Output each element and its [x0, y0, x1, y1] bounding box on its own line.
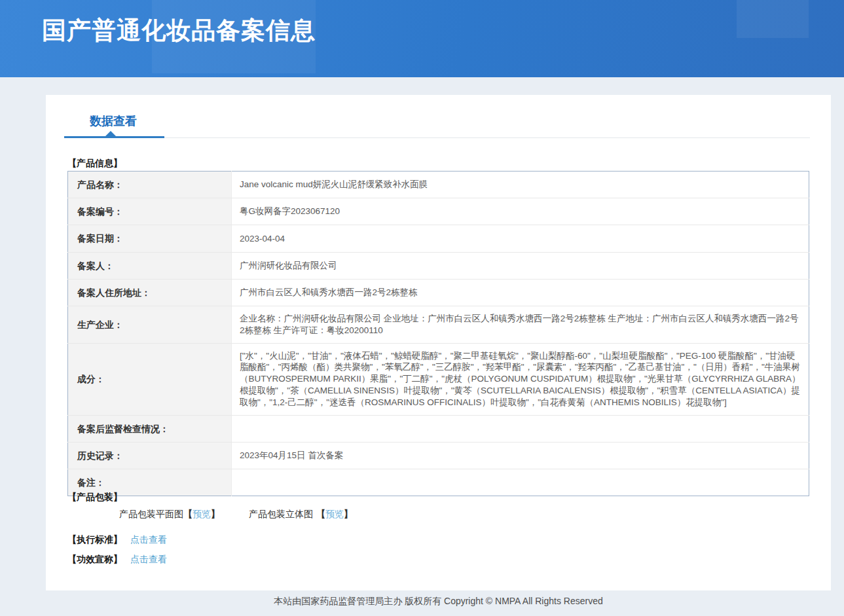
bracket-open: 【 [316, 509, 325, 519]
row-value: ["水"，"火山泥"，"甘油"，"液体石蜡"，"鲸蜡硬脂醇"，"聚二甲基硅氧烷"… [232, 343, 809, 415]
table-row: 备案人住所地址： 广州市白云区人和镇秀水塘西一路2号2栋整栋 [68, 279, 809, 306]
section-title-efficacy: 【功效宣称】点击查看 [67, 554, 167, 566]
row-label: 历史记录： [68, 442, 232, 469]
bracket-open: 【 [183, 509, 193, 519]
row-value: 企业名称：广州润研化妆品有限公司 企业地址：广州市白云区人和镇秀水塘西一路2号2… [232, 306, 809, 343]
table-row: 历史记录： 2023年04月15日 首次备案 [68, 442, 809, 469]
footer-copyright: 本站由国家药品监督管理局主办 版权所有 Copyright © NMPA All… [46, 596, 831, 607]
packaging-stereo-item: 产品包装立体图【预览】 [249, 509, 353, 520]
row-value [232, 469, 809, 496]
preview-stereo-link[interactable]: 预览 [325, 509, 344, 519]
efficacy-title: 【功效宣称】 [67, 554, 122, 564]
table-row: 备注： [68, 469, 809, 496]
row-label: 成分： [68, 343, 232, 415]
packaging-flat-label: 产品包装平面图 [119, 509, 183, 519]
packaging-stereo-label: 产品包装立体图 [249, 509, 313, 519]
tab-active-pointer-icon [105, 131, 116, 136]
row-value: 广州润研化妆品有限公司 [232, 252, 809, 279]
table-row: 备案日期： 2023-04-04 [68, 225, 809, 252]
table-row: 成分： ["水"，"火山泥"，"甘油"，"液体石蜡"，"鲸蜡硬脂醇"，"聚二甲基… [68, 343, 809, 415]
preview-flat-link[interactable]: 预览 [193, 509, 211, 519]
bracket-close: 】 [344, 509, 353, 519]
row-label: 备案人住所地址： [68, 279, 232, 306]
table-row: 备案后监督检查情况： [68, 415, 809, 442]
header-texture [737, 0, 809, 38]
tab-active-underline [64, 136, 164, 138]
row-label: 备案人： [68, 252, 232, 279]
row-label: 产品名称： [68, 172, 232, 198]
row-label: 备案编号： [68, 198, 232, 225]
row-label: 备案日期： [68, 225, 232, 252]
row-label: 备案后监督检查情况： [68, 415, 232, 442]
tab-divider [64, 137, 810, 138]
row-value: 2023年04月15日 首次备案 [232, 442, 809, 469]
row-value [232, 415, 809, 442]
section-title-standard: 【执行标准】点击查看 [67, 534, 167, 546]
section-title-product-info: 【产品信息】 [67, 158, 122, 170]
page-title: 国产普通化妆品备案信息 [42, 14, 316, 47]
bracket-close: 】 [211, 509, 220, 519]
table-row: 生产企业： 企业名称：广州润研化妆品有限公司 企业地址：广州市白云区人和镇秀水塘… [68, 306, 809, 343]
table-row: 备案人： 广州润研化妆品有限公司 [68, 252, 809, 279]
content-card: 数据查看 【产品信息】 产品名称： Jane volcanic mud妍泥火山泥… [46, 95, 831, 590]
packaging-flat-item: 产品包装平面图【预览】 [119, 509, 220, 520]
table-row: 产品名称： Jane volcanic mud妍泥火山泥舒缓紧致补水面膜 [68, 172, 809, 198]
section-title-packaging: 【产品包装】 [67, 492, 122, 503]
product-info-table: 产品名称： Jane volcanic mud妍泥火山泥舒缓紧致补水面膜 备案编… [67, 171, 809, 496]
row-value: 广州市白云区人和镇秀水塘西一路2号2栋整栋 [232, 279, 809, 306]
row-value: 2023-04-04 [232, 225, 809, 252]
efficacy-view-link[interactable]: 点击查看 [130, 554, 167, 564]
row-label: 生产企业： [68, 306, 232, 343]
standard-view-link[interactable]: 点击查看 [130, 534, 167, 545]
tab-data-view[interactable]: 数据查看 [90, 113, 137, 129]
page-header: 国产普通化妆品备案信息 [0, 0, 844, 77]
standard-title: 【执行标准】 [67, 534, 122, 545]
row-value: 粤G妆网备字2023067120 [232, 198, 809, 225]
row-value: Jane volcanic mud妍泥火山泥舒缓紧致补水面膜 [232, 172, 809, 198]
table-row: 备案编号： 粤G妆网备字2023067120 [68, 198, 809, 225]
